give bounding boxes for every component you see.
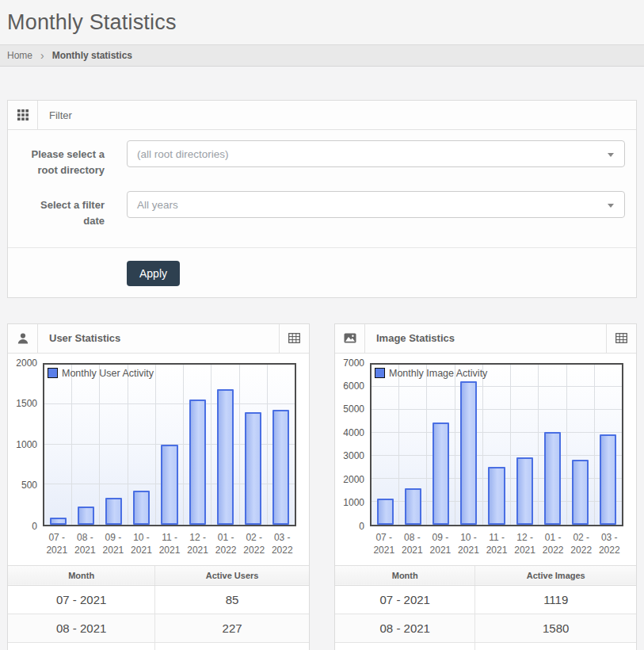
column-header: Month — [8, 565, 155, 585]
table-cell: 1119 — [475, 585, 636, 614]
table-cell: 227 — [155, 614, 309, 642]
bar — [516, 457, 533, 525]
y-axis-tick-label: 1000 — [16, 439, 37, 450]
chevron-right-icon: › — [40, 51, 44, 60]
chart-slot — [72, 365, 100, 525]
chart-slot — [268, 365, 295, 525]
x-axis-label: 08 -2021 — [71, 531, 100, 556]
table-row: 09 - 2021331 — [8, 642, 309, 650]
bar — [133, 491, 150, 524]
image-statistics-panel: Image Statistics 01000200030004000500060… — [334, 323, 637, 650]
filter-date-select[interactable]: All years — [127, 191, 625, 218]
chart-slot — [211, 365, 239, 525]
bar — [433, 422, 449, 524]
x-axis-label: 07 -2021 — [370, 531, 398, 556]
user-activity-chart: 0500100015002000Monthly User Activity07 … — [8, 354, 309, 556]
x-axis-label: 01 -2022 — [211, 531, 240, 556]
x-axis-label: 03 -2022 — [269, 531, 297, 556]
y-axis-tick-label: 6000 — [343, 380, 364, 392]
bar — [272, 410, 289, 524]
table-cell: 08 - 2021 — [335, 614, 475, 642]
plot-column: Monthly User Activity07 -202108 -202109 … — [43, 363, 296, 556]
bar — [377, 499, 394, 524]
legend-swatch-icon — [48, 368, 58, 378]
chart-slot — [511, 365, 539, 525]
y-axis: 0500100015002000 — [14, 363, 43, 526]
table-row: 07 - 20211119 — [335, 585, 636, 614]
page-title: Monthly Statistics — [7, 10, 637, 35]
table-icon[interactable] — [606, 324, 636, 353]
plot-area: Monthly User Activity — [43, 363, 296, 526]
filter-date-label: Select a filter date — [20, 191, 105, 229]
x-axis-label: 07 -2021 — [43, 531, 71, 556]
filter-panel-header: Filter — [8, 101, 636, 130]
bar — [544, 432, 561, 525]
x-axis-label: 09 -2021 — [99, 531, 128, 556]
column-header: Active Users — [155, 565, 309, 585]
x-axis-label: 03 -2022 — [596, 531, 624, 556]
user-statistics-title: User Statistics — [38, 324, 279, 353]
plot-area: Monthly Image Activity — [370, 363, 623, 526]
apply-button[interactable]: Apply — [127, 261, 180, 286]
x-axis-label: 10 -2021 — [455, 531, 483, 556]
user-statistics-panel: User Statistics 0500100015002000Monthly … — [7, 323, 310, 650]
table-cell: 09 - 2021 — [8, 642, 155, 650]
image-statistics-table: MonthActive Images07 - 2021111908 - 2021… — [335, 565, 636, 650]
bar — [600, 434, 616, 525]
bar — [488, 467, 505, 525]
table-cell: 09 - 2021 — [335, 642, 475, 650]
chart-slot — [184, 365, 211, 525]
table-cell: 07 - 2021 — [8, 585, 155, 614]
image-activity-chart: 01000200030004000500060007000Monthly Ima… — [335, 354, 636, 556]
y-axis-tick-label: 2000 — [16, 358, 37, 369]
legend-swatch-icon — [375, 368, 385, 378]
user-statistics-header: User Statistics — [8, 324, 309, 354]
chart-slot — [44, 365, 72, 525]
y-axis-tick-label: 2000 — [343, 474, 364, 485]
filter-form: Please select a root directory (all root… — [8, 130, 636, 297]
bar — [105, 498, 122, 524]
x-axis-label: 12 -2021 — [511, 531, 539, 556]
page-header: Monthly Statistics — [0, 0, 644, 44]
bar — [460, 381, 477, 524]
x-axis: 07 -202108 -202109 -202110 -202111 -2021… — [370, 531, 623, 556]
chart-slot — [567, 365, 595, 525]
table-icon[interactable] — [279, 324, 309, 353]
chart-slot — [427, 365, 455, 525]
y-axis-tick-label: 0 — [32, 521, 37, 532]
table-row: 09 - 20214451 — [335, 642, 636, 650]
chart-slot — [399, 365, 427, 525]
column-header: Active Images — [475, 565, 636, 585]
filter-date-selected-value: All years — [137, 199, 178, 211]
table-cell: 331 — [155, 642, 309, 650]
chart-slot — [128, 365, 156, 525]
root-directory-label: Please select a root directory — [20, 140, 105, 178]
x-axis-label: 02 -2022 — [567, 531, 596, 556]
root-directory-select[interactable]: (all root directories) — [127, 140, 625, 167]
x-axis-label: 10 -2021 — [128, 531, 156, 556]
table-row: 08 - 20211580 — [335, 614, 636, 642]
x-axis-label: 12 -2021 — [184, 531, 212, 556]
y-axis-tick-label: 500 — [21, 480, 37, 491]
bar — [245, 412, 261, 524]
chart-slot — [100, 365, 128, 525]
grid-icon — [8, 101, 38, 129]
plot-column: Monthly Image Activity07 -202108 -202109… — [370, 363, 623, 556]
x-axis-label: 02 -2022 — [240, 531, 269, 556]
breadcrumb-home-link[interactable]: Home — [7, 50, 32, 61]
table-cell: 4451 — [475, 642, 636, 650]
chart-legend: Monthly User Activity — [48, 368, 154, 379]
column-header: Month — [335, 565, 475, 585]
legend-label: Monthly Image Activity — [389, 368, 487, 379]
x-axis-label: 11 -2021 — [482, 531, 511, 556]
y-axis-tick-label: 7000 — [343, 358, 364, 369]
chart-slot — [539, 365, 566, 525]
y-axis-tick-label: 3000 — [343, 450, 364, 461]
y-axis-tick-label: 1500 — [16, 398, 37, 409]
breadcrumb: Home › Monthly statistics — [0, 44, 644, 67]
x-axis-label: 11 -2021 — [155, 531, 184, 556]
bar — [50, 518, 67, 525]
table-cell: 1580 — [475, 614, 636, 642]
bar — [78, 507, 94, 525]
chevron-down-icon — [608, 153, 614, 157]
